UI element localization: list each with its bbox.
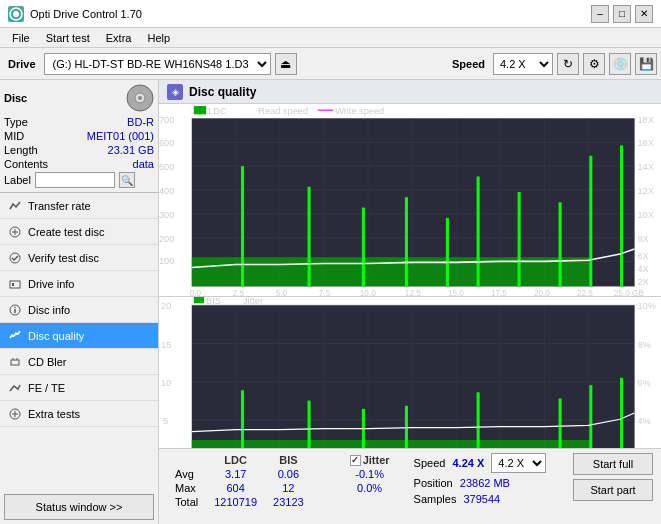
svg-text:15: 15 (161, 339, 171, 349)
fe-te-icon (8, 381, 22, 395)
svg-rect-9 (10, 281, 20, 288)
col-bis: BIS (265, 453, 312, 467)
sidebar-item-fe-te[interactable]: FE / TE (0, 375, 158, 401)
svg-rect-105 (559, 398, 562, 448)
eject-button[interactable]: ⏏ (275, 53, 297, 75)
svg-point-1 (13, 11, 19, 17)
start-full-button[interactable]: Start full (573, 453, 653, 475)
max-jitter: 0.0% (342, 481, 398, 495)
content-area: ◈ Disc quality (159, 80, 661, 524)
avg-jitter: -0.1% (342, 467, 398, 481)
jitter-checkbox[interactable]: ✓ (350, 455, 361, 466)
svg-text:20: 20 (161, 301, 171, 311)
svg-text:25.0 GB: 25.0 GB (614, 288, 645, 295)
window-controls: – □ ✕ (591, 5, 653, 23)
sidebar-item-cd-bler[interactable]: CD Bler (0, 349, 158, 375)
svg-text:15.0: 15.0 (448, 288, 464, 295)
verify-test-disc-icon (8, 251, 22, 265)
menu-starttest[interactable]: Start test (38, 30, 98, 46)
lower-chart: 10% 8% 6% 4% 2% 20 15 10 5 0.0 2.5 5.0 7… (159, 297, 661, 448)
svg-point-13 (14, 306, 16, 308)
close-button[interactable]: ✕ (635, 5, 653, 23)
sidebar-item-create-test-disc[interactable]: Create test disc (0, 219, 158, 245)
charts-container: 18X 16X 14X 12X 10X 8X 6X 4X 2X 700 600 … (159, 104, 661, 448)
svg-text:22.5: 22.5 (577, 288, 593, 295)
svg-text:5: 5 (163, 416, 168, 426)
menubar: File Start test Extra Help (0, 28, 661, 48)
col-spacer (312, 453, 342, 467)
settings-button[interactable]: ⚙ (583, 53, 605, 75)
disc-panel: Disc Type BD-R MID MEIT01 (001) (0, 80, 158, 193)
speed-position-section: Speed 4.24 X 4.2 X Position 23862 MB Sam… (414, 453, 547, 505)
nav-items: Transfer rate Create test disc Verify te… (0, 193, 158, 490)
label-search-button[interactable]: 🔍 (119, 172, 135, 188)
drive-info-icon (8, 277, 22, 291)
svg-text:2X: 2X (637, 277, 648, 287)
app-icon (8, 6, 24, 22)
svg-text:100: 100 (159, 256, 174, 266)
speed-dropdown[interactable]: 4.2 X (491, 453, 546, 473)
svg-text:18X: 18X (637, 115, 653, 125)
sidebar-item-disc-quality[interactable]: Disc quality (0, 323, 158, 349)
sidebar-item-verify-test-disc[interactable]: Verify test disc (0, 245, 158, 271)
minimize-button[interactable]: – (591, 5, 609, 23)
svg-text:10: 10 (161, 378, 171, 388)
svg-text:10X: 10X (637, 210, 653, 220)
refresh-button[interactable]: ↻ (557, 53, 579, 75)
speed-select[interactable]: 4.2 X (493, 53, 553, 75)
upper-chart-svg: 18X 16X 14X 12X 10X 8X 6X 4X 2X 700 600 … (159, 104, 661, 296)
svg-rect-43 (405, 197, 408, 286)
sidebar-item-drive-info[interactable]: Drive info (0, 271, 158, 297)
speed-label: Speed (448, 58, 489, 70)
total-bis: 23123 (265, 495, 312, 509)
svg-point-4 (138, 96, 142, 100)
speed-value: 4.24 X (452, 457, 484, 469)
titlebar-left: Opti Drive Control 1.70 (8, 6, 142, 22)
svg-text:14X: 14X (637, 162, 653, 172)
max-spacer (312, 481, 342, 495)
svg-rect-14 (11, 360, 19, 365)
svg-text:10.0: 10.0 (360, 288, 376, 295)
svg-rect-101 (308, 400, 311, 448)
sidebar-item-disc-info[interactable]: Disc info (0, 297, 158, 323)
drive-select[interactable]: (G:) HL-DT-ST BD-RE WH16NS48 1.D3 (44, 53, 271, 75)
cd-bler-icon (8, 355, 22, 369)
start-part-button[interactable]: Start part (573, 479, 653, 501)
samples-row: Samples 379544 (414, 493, 547, 505)
upper-chart: 18X 16X 14X 12X 10X 8X 6X 4X 2X 700 600 … (159, 104, 661, 297)
maximize-button[interactable]: □ (613, 5, 631, 23)
svg-text:Write speed: Write speed (335, 106, 384, 116)
main-layout: Disc Type BD-R MID MEIT01 (001) (0, 80, 661, 524)
svg-rect-100 (241, 390, 244, 448)
svg-rect-107 (620, 377, 623, 448)
disc-quality-header-icon: ◈ (167, 84, 183, 100)
sidebar-item-transfer-rate[interactable]: Transfer rate (0, 193, 158, 219)
position-row: Position 23862 MB (414, 477, 547, 489)
max-ldc: 604 (206, 481, 265, 495)
label-label: Label (4, 174, 31, 186)
svg-text:16X: 16X (637, 138, 653, 148)
position-label: Position (414, 477, 453, 489)
length-value: 23.31 GB (108, 144, 154, 156)
total-blank (342, 495, 398, 509)
extra-tests-icon (8, 407, 22, 421)
app-title: Opti Drive Control 1.70 (30, 8, 142, 20)
save-button[interactable]: 💾 (635, 53, 657, 75)
media-button[interactable]: 💿 (609, 53, 631, 75)
menu-help[interactable]: Help (139, 30, 178, 46)
menu-extra[interactable]: Extra (98, 30, 140, 46)
mid-label: MID (4, 130, 24, 142)
avg-ldc: 3.17 (206, 467, 265, 481)
svg-text:4X: 4X (637, 264, 648, 274)
menu-file[interactable]: File (4, 30, 38, 46)
svg-text:BIS: BIS (206, 297, 221, 306)
titlebar: Opti Drive Control 1.70 – □ ✕ (0, 0, 661, 28)
svg-text:600: 600 (159, 138, 174, 148)
sidebar-item-extra-tests[interactable]: Extra tests (0, 401, 158, 427)
drive-label: Drive (4, 58, 40, 70)
status-window-button[interactable]: Status window >> (4, 494, 154, 520)
svg-text:20.0: 20.0 (534, 288, 550, 295)
svg-text:6%: 6% (637, 378, 650, 388)
label-input[interactable] (35, 172, 115, 188)
svg-text:2.5: 2.5 (233, 288, 245, 295)
